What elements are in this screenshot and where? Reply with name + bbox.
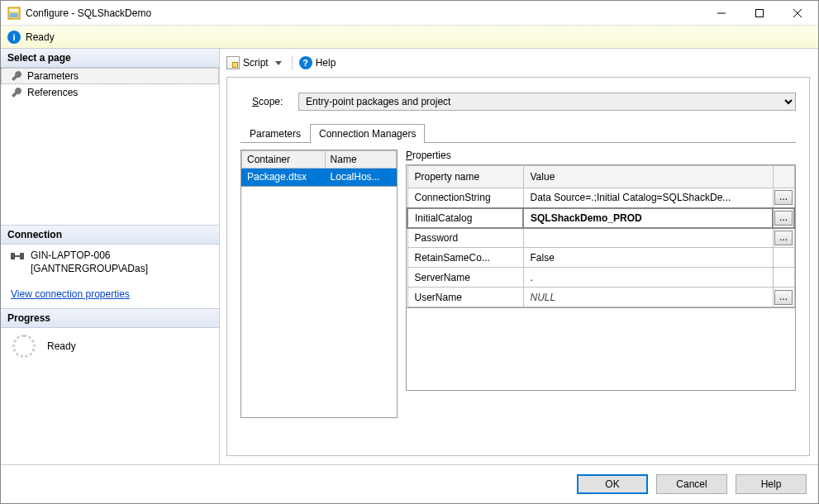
svg-rect-1 [10,9,18,12]
property-action-cell: ... [773,228,794,248]
progress-header: Progress [1,308,219,328]
wrench-icon [11,70,22,82]
app-icon [7,7,21,20]
tab-parameters[interactable]: Parameters [240,124,310,143]
close-button[interactable] [779,2,817,25]
property-action-cell [773,268,794,288]
maximize-button[interactable] [740,2,779,25]
properties-column: Properties Property name Value Connectio… [406,150,796,418]
svg-rect-8 [20,253,24,259]
page-item-references[interactable]: References [1,84,219,101]
left-panel: Select a page Parameters References Conn… [1,49,220,464]
script-button[interactable]: Script [243,57,269,69]
ellipsis-button[interactable]: ... [774,190,793,205]
connection-info: GIN-LAPTOP-006 [GANTNERGROUP\ADas] [1,245,219,277]
window-title: Configure - SQLShackDemo [26,7,702,19]
cancel-button[interactable]: Cancel [656,474,727,494]
property-row[interactable]: ServerName. [407,268,794,288]
connection-host: GIN-LAPTOP-006 [31,250,148,263]
status-text: Ready [26,31,55,43]
properties-fill [406,308,796,391]
info-icon: i [7,31,21,44]
script-dropdown-icon[interactable] [275,61,282,65]
cell-name: LocalHos... [325,169,396,186]
col-property-name[interactable]: Property name [407,166,523,188]
view-connection-properties-link[interactable]: View connection properties [1,277,219,308]
server-icon [11,251,24,263]
col-name[interactable]: Name [325,151,396,169]
property-row[interactable]: UserNameNULL... [407,288,794,307]
property-row[interactable]: Password... [407,228,794,248]
script-icon [226,56,240,69]
titlebar: Configure - SQLShackDemo [1,1,818,26]
property-name: Password [407,228,523,248]
property-row[interactable]: ConnectionStringData Source=.;Initial Ca… [407,188,794,208]
help-icon: ? [299,56,312,69]
property-action-cell: ... [773,208,794,228]
grid-fill [240,187,398,418]
connection-header: Connection [1,225,219,245]
right-panel: Script ? Help Scope: Entry-point package… [220,49,818,464]
window-controls [702,2,817,25]
connection-managers-grid: Container Name Package.dtsx LocalHos... [240,150,398,418]
minimize-button[interactable] [702,2,740,25]
properties-label: Properties [406,150,796,161]
property-action-cell: ... [773,288,794,307]
content-box: Scope: Entry-point packages and project … [226,77,810,456]
property-value[interactable] [523,228,773,248]
tabs: Parameters Connection Managers [240,124,796,143]
footer: OK Cancel Help [1,465,818,503]
property-value[interactable]: Data Source=.;Initial Catalog=SQLShackDe… [523,188,773,208]
wrench-icon [11,87,22,98]
property-action-cell [773,248,794,268]
select-page-header: Select a page [1,49,219,68]
col-property-value[interactable]: Value [523,166,773,188]
col-action [773,166,794,188]
progress-row: Ready [1,328,219,364]
page-label: Parameters [27,70,79,82]
ellipsis-button[interactable]: ... [774,290,793,305]
ok-button[interactable]: OK [577,474,648,494]
ellipsis-button[interactable]: ... [774,211,793,226]
property-name: InitialCatalog [407,208,523,228]
property-value[interactable]: False [523,248,773,268]
property-action-cell: ... [773,188,794,208]
scope-row: Scope: Entry-point packages and project [240,93,796,111]
property-value[interactable]: NULL [523,288,773,307]
property-row[interactable]: RetainSameCo...False [407,248,794,268]
col-container[interactable]: Container [242,151,326,169]
tab-connection-managers[interactable]: Connection Managers [310,124,425,143]
help-button[interactable]: Help [736,474,807,494]
property-value[interactable]: SQLShackDemo_PROD [523,208,773,228]
property-name: UserName [407,288,523,307]
svg-rect-7 [11,253,15,259]
property-name: RetainSameCo... [407,248,523,268]
scope-label: Scope: [252,96,290,107]
property-value[interactable]: . [523,268,773,288]
property-name: ConnectionString [407,188,523,208]
cell-container: Package.dtsx [242,169,326,186]
svg-rect-4 [756,9,764,17]
property-name: ServerName [407,268,523,288]
ellipsis-button[interactable]: ... [774,231,793,245]
tab-body: Container Name Package.dtsx LocalHos... [240,143,796,418]
connection-row[interactable]: Package.dtsx LocalHos... [242,169,397,186]
status-banner: i Ready [1,26,818,49]
spinner-icon [12,335,36,358]
page-item-parameters[interactable]: Parameters [1,68,219,84]
svg-rect-2 [10,13,18,17]
toolbar: Script ? Help [226,54,810,77]
property-row[interactable]: InitialCatalogSQLShackDemo_PROD... [407,208,794,228]
toolbar-separator [292,55,293,70]
connection-user: [GANTNERGROUP\ADas] [31,263,148,276]
help-button[interactable]: Help [316,57,336,69]
progress-text: Ready [47,340,76,352]
main-split: Select a page Parameters References Conn… [1,49,818,465]
page-label: References [27,87,78,98]
scope-select[interactable]: Entry-point packages and project [298,93,796,111]
